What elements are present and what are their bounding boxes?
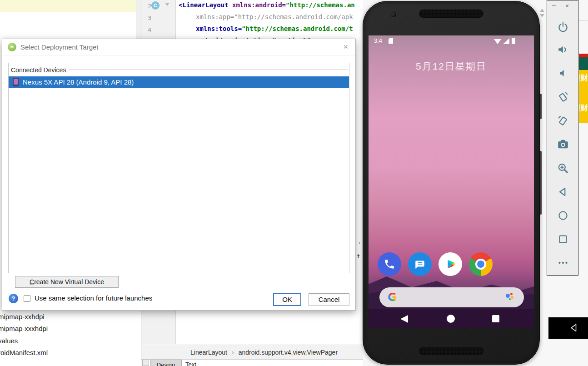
strip-label-1: 理财 xyxy=(579,73,588,83)
use-same-selection-checkbox[interactable] xyxy=(24,295,30,302)
strip-green-band xyxy=(579,57,588,70)
xml-tag: <LinearLayout xyxy=(179,1,229,9)
back-button[interactable] xyxy=(556,185,570,199)
ok-button[interactable]: OK xyxy=(273,293,301,306)
use-same-selection-label: Use same selection for future launches xyxy=(35,294,152,302)
breadcrumb-item-viewpager[interactable]: android.support.v4.view.ViewPager xyxy=(239,349,338,356)
emulator-toolbar: − × xyxy=(547,0,578,276)
select-deployment-target-dialog: Select Deployment Target × Connected Dev… xyxy=(2,39,356,311)
code-line-4: xmlns:tools="http://schemas.android.com/… xyxy=(179,25,353,32)
strip-label-2: 理财 xyxy=(579,103,588,113)
more-options-button[interactable] xyxy=(556,256,570,270)
device-phone-icon xyxy=(13,78,19,86)
code-fold-icon[interactable] xyxy=(165,3,169,6)
create-new-virtual-device-button[interactable]: Create New Virtual Device xyxy=(15,276,119,288)
device-label: Nexus 5X API 28 (Android 9, API 28) xyxy=(23,78,134,86)
rotate-right-button[interactable] xyxy=(556,114,570,127)
minimize-button[interactable]: − xyxy=(552,1,556,10)
device-row-nexus-5x[interactable]: Nexus 5X API 28 (Android 9, API 28) xyxy=(9,76,349,88)
code-line-2: <LinearLayout xmlns:android="http://sche… xyxy=(179,1,355,9)
background-window-edge xyxy=(578,20,588,20)
earpiece-grille xyxy=(419,10,483,18)
phone-app-icon[interactable] xyxy=(378,252,401,276)
xml-string: "http://schemas.android.com/t xyxy=(242,25,353,32)
xml-attr: xmlns:tools= xyxy=(196,25,242,32)
breadcrumb-separator-icon: › xyxy=(232,349,234,356)
dialog-title: Select Deployment Target xyxy=(20,43,98,51)
nav-overview-button[interactable] xyxy=(492,315,499,322)
dialog-title-bar: Select Deployment Target × xyxy=(2,39,355,55)
wifi-status-icon xyxy=(494,38,501,44)
home-date-widget: 5月12日星期日 xyxy=(369,60,534,73)
messages-app-icon[interactable] xyxy=(408,252,432,276)
line-number: 4 xyxy=(145,26,151,33)
strip-red-band xyxy=(579,54,588,57)
screenshot-button[interactable] xyxy=(556,137,570,151)
code-fragment-chevron: › xyxy=(358,239,361,246)
line-number: 2 xyxy=(145,3,151,10)
code-fragment-letter: t xyxy=(357,253,360,260)
panel-scrollbar[interactable] xyxy=(136,0,141,39)
front-camera xyxy=(390,11,397,18)
tree-item-mipmap-xxhdpi[interactable]: mipmap-xxhdpi xyxy=(0,313,45,321)
google-g-logo: G xyxy=(388,291,397,304)
google-search-bar[interactable]: G xyxy=(379,287,524,307)
xml-attr: xmlns:android= xyxy=(229,1,286,9)
chrome-center xyxy=(477,261,484,268)
connected-devices-label: Connected Devices xyxy=(11,66,66,74)
battery-status-icon xyxy=(512,38,515,44)
code-line-3: xmlns:app="http://schemas.android.com/ap… xyxy=(179,13,353,20)
help-icon[interactable]: ? xyxy=(9,294,18,303)
assistant-mic-icon[interactable] xyxy=(506,292,517,303)
tab-text[interactable]: Text xyxy=(185,361,196,366)
status-bar: 3:4 xyxy=(369,35,534,46)
close-button[interactable]: × xyxy=(565,2,569,10)
tree-item-values[interactable]: values xyxy=(0,337,18,345)
signal-status-icon xyxy=(503,38,509,44)
background-ad-strip: 理财 理财 xyxy=(579,54,588,123)
tree-item-mipmap-xxxhdpi[interactable]: mipmap-xxxhdpi xyxy=(0,325,48,333)
volume-down-button[interactable] xyxy=(556,66,570,80)
xml-attr-unused: xmlns:app="http://schemas.android.com/ap… xyxy=(196,13,353,20)
play-store-app-icon[interactable] xyxy=(439,252,462,276)
zoom-button[interactable] xyxy=(556,161,570,175)
palette-mini-tab[interactable] xyxy=(142,360,149,366)
device-list[interactable]: Connected Devices Nexus 5X API 28 (Andro… xyxy=(8,63,349,273)
back-triangle-icon[interactable] xyxy=(568,322,579,333)
home-button[interactable] xyxy=(556,209,570,222)
nav-home-button[interactable] xyxy=(447,315,455,323)
status-time: 3:4 xyxy=(374,37,382,44)
line-number: 3 xyxy=(145,15,151,21)
background-emulator-back-panel xyxy=(548,317,588,339)
dialog-close-icon[interactable]: × xyxy=(343,42,348,52)
rotate-left-button[interactable] xyxy=(556,90,570,104)
chrome-app-icon[interactable] xyxy=(469,252,493,276)
connected-devices-header: Connected Devices xyxy=(11,65,348,74)
phone-screen[interactable]: 3:4 5月12日星期日 xyxy=(369,35,534,328)
highlighted-row-band xyxy=(0,0,136,12)
nav-back-button[interactable] xyxy=(400,315,408,323)
power-button[interactable] xyxy=(556,20,570,34)
android-nav-bar xyxy=(369,309,534,328)
speaker-grille xyxy=(419,347,483,355)
breadcrumb: LinearLayout › android.support.v4.view.V… xyxy=(141,345,363,360)
android-head-icon xyxy=(9,44,15,50)
cancel-button[interactable]: Cancel xyxy=(309,293,349,306)
overview-button[interactable] xyxy=(556,232,570,246)
volume-up-button[interactable] xyxy=(556,43,570,56)
android-studio-icon xyxy=(8,43,16,51)
header-divider xyxy=(69,70,348,70)
xml-string: "http://schemas.an xyxy=(286,1,355,9)
breadcrumb-item-linearlayout[interactable]: LinearLayout xyxy=(190,349,227,356)
tree-item-androidmanifest[interactable]: roidManifest.xml xyxy=(0,349,48,357)
class-badge-icon[interactable]: C xyxy=(151,1,159,10)
sdcard-status-icon xyxy=(389,38,393,44)
tab-design[interactable]: Design xyxy=(150,360,182,366)
emulator-phone: 3:4 5月12日星期日 xyxy=(363,0,543,366)
